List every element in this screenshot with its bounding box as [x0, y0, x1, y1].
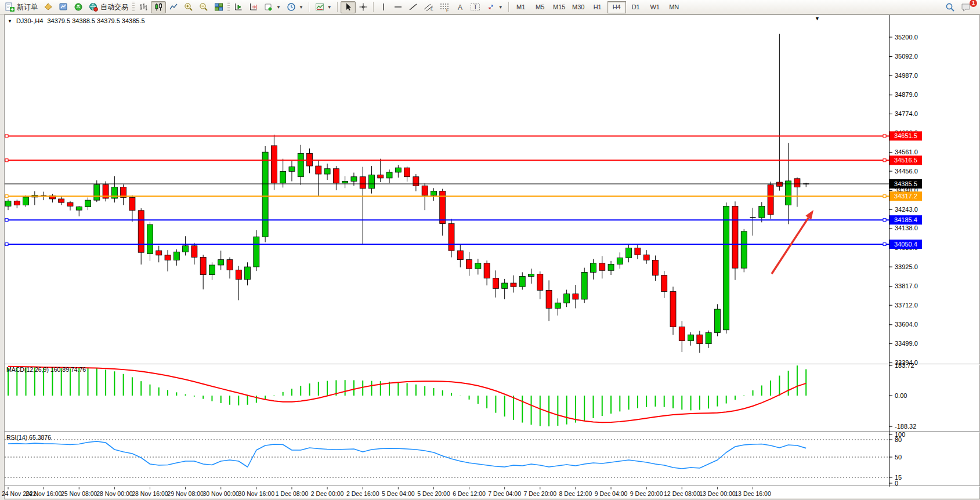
- text-label-tool-button[interactable]: T: [467, 1, 483, 13]
- candle-body: [67, 202, 73, 206]
- candle-body: [76, 207, 82, 211]
- cursor-tool-button[interactable]: [341, 1, 356, 13]
- market-watch-button[interactable]: [41, 1, 56, 13]
- candle-body: [679, 327, 685, 340]
- line-handle[interactable]: [5, 135, 8, 137]
- chart-shift-icon: [249, 2, 258, 12]
- timeframe-m30[interactable]: M30: [569, 1, 588, 13]
- toolbar-grip: [227, 2, 230, 12]
- search-button[interactable]: [942, 1, 958, 13]
- line-handle[interactable]: [5, 195, 8, 198]
- candle-body: [706, 332, 711, 343]
- candle-body: [741, 231, 747, 268]
- indicators-button[interactable]: ▼: [261, 1, 284, 13]
- auto-scroll-button[interactable]: [231, 1, 246, 13]
- candle-body: [617, 258, 623, 265]
- line-handle[interactable]: [883, 159, 886, 162]
- rsi-tick-label: 0: [895, 480, 898, 487]
- timeframe-h1[interactable]: H1: [588, 1, 607, 13]
- candle-body: [245, 267, 251, 280]
- fibonacci-icon: F: [440, 2, 450, 12]
- crosshair-icon: [359, 2, 368, 12]
- sound-button[interactable]: [71, 1, 86, 13]
- line-handle[interactable]: [883, 243, 886, 246]
- fibonacci-tool-button[interactable]: F: [437, 1, 453, 13]
- candle-body: [404, 168, 410, 177]
- candlestick-mode-button[interactable]: [151, 1, 166, 13]
- line-chart-mode-button[interactable]: [166, 1, 181, 13]
- channel-icon: E: [424, 2, 434, 12]
- timeframe-m15[interactable]: M15: [550, 1, 569, 13]
- candle-body: [697, 335, 703, 344]
- arrows-icon: [486, 2, 496, 12]
- timeframe-m1[interactable]: M1: [512, 1, 530, 13]
- crosshair-tool-button[interactable]: [356, 1, 371, 13]
- line-handle[interactable]: [5, 243, 8, 246]
- zoom-out-button[interactable]: [196, 1, 211, 13]
- equidistant-channel-tool-button[interactable]: E: [421, 1, 437, 13]
- templates-button[interactable]: ▼: [312, 1, 335, 13]
- chart-shift-button[interactable]: [246, 1, 261, 13]
- macd-indicator-label: MACD(12,26,9) 160.89 74.76: [6, 366, 86, 373]
- candle-body: [395, 168, 401, 172]
- arrows-tool-button[interactable]: ▼: [483, 1, 506, 13]
- timeframe-h4[interactable]: H4: [607, 1, 626, 13]
- time-tick-label: 25 Nov 08:00: [61, 490, 97, 497]
- horizontal-line-tool-button[interactable]: [390, 1, 406, 13]
- candle-body: [23, 197, 29, 205]
- top-toolbar: 新订单 自动交易: [0, 0, 980, 15]
- candle-body: [759, 206, 765, 218]
- timeframe-w1[interactable]: W1: [646, 1, 664, 13]
- bar-chart-mode-button[interactable]: [136, 1, 151, 13]
- price-tick-label: 35092.0: [895, 53, 918, 60]
- gold-box-icon: [44, 2, 53, 12]
- timeframe-m5[interactable]: M5: [531, 1, 549, 13]
- price-label-text: 34385.5: [894, 180, 917, 187]
- line-handle[interactable]: [883, 135, 886, 137]
- price-tick-label: 34138.0: [895, 224, 918, 231]
- new-order-button[interactable]: 新订单: [2, 1, 41, 13]
- sound-icon: [74, 2, 83, 12]
- collapse-arrow-icon[interactable]: ▼: [8, 19, 12, 24]
- toolbar-separator: [508, 2, 509, 12]
- price-tick-label: 34456.0: [895, 168, 918, 175]
- tile-windows-button[interactable]: [211, 1, 226, 13]
- line-handle[interactable]: [883, 195, 886, 198]
- candle-body: [794, 179, 800, 187]
- price-tick-label: 33925.0: [895, 263, 918, 270]
- timeframe-d1[interactable]: D1: [627, 1, 645, 13]
- zoom-in-button[interactable]: [181, 1, 196, 13]
- candle-body: [564, 294, 570, 303]
- line-handle[interactable]: [883, 219, 886, 222]
- rsi-tick-label: 80: [895, 436, 902, 443]
- periods-button[interactable]: ▼: [284, 1, 306, 13]
- candle-body: [386, 172, 392, 178]
- text-tool-button[interactable]: A: [453, 1, 467, 13]
- auto-trading-button[interactable]: 自动交易: [86, 1, 131, 13]
- price-tick-label: 35200.0: [895, 34, 918, 41]
- candle-body: [280, 171, 286, 183]
- zoom-in-icon: [184, 2, 193, 12]
- time-tick-label: 30 Nov 16:00: [238, 490, 275, 497]
- line-chart-icon: [169, 2, 178, 12]
- candle-body: [271, 146, 277, 183]
- notifications-button[interactable]: 1: [958, 1, 974, 13]
- toolbar-separator: [373, 2, 374, 12]
- chart-area[interactable]: 35200.035092.034987.034879.034774.034666…: [0, 0, 980, 500]
- timeframe-mn[interactable]: MN: [665, 1, 684, 13]
- line-handle[interactable]: [5, 159, 8, 162]
- candle-body: [236, 270, 241, 279]
- trendline-tool-button[interactable]: [406, 1, 421, 13]
- candle-body: [661, 276, 667, 292]
- candle-body: [307, 153, 313, 166]
- chart-shift-marker[interactable]: ▼: [815, 16, 820, 21]
- vertical-line-tool-button[interactable]: [377, 1, 390, 13]
- candle-body: [85, 200, 91, 206]
- candle-body: [475, 263, 481, 269]
- new-order-icon: [5, 2, 15, 12]
- price-label-text: 34317.2: [894, 193, 917, 200]
- candle-body: [94, 184, 100, 200]
- line-handle[interactable]: [5, 219, 8, 222]
- chart-window-button[interactable]: [56, 1, 71, 13]
- time-tick-label: 13 Dec 00:00: [699, 490, 736, 497]
